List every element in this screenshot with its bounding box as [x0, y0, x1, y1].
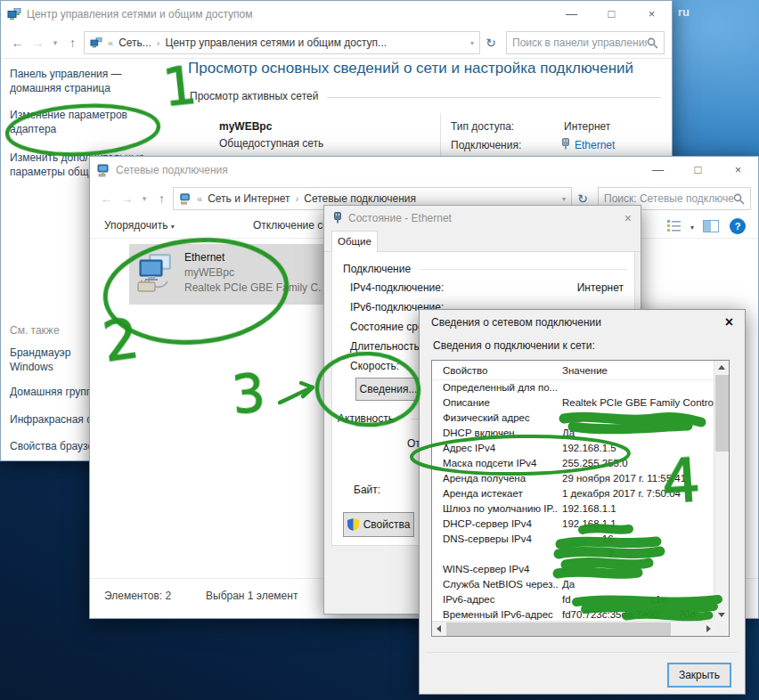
win2-maximize-button[interactable]: □ — [678, 157, 718, 183]
detail-row: 7 — [432, 547, 729, 562]
activity-group-label: Активность — [338, 412, 399, 425]
scroll-down-icon[interactable] — [718, 613, 725, 617]
section-rule — [327, 97, 661, 98]
win1-nav-dropdown[interactable]: ▾ — [49, 38, 61, 47]
details-listview[interactable]: Свойство Значение Определенный для по...… — [431, 360, 730, 637]
detail-row: Маска подсети IPv4255.255.255.0 — [432, 456, 729, 471]
status-row-ipv4-value: Интернет — [577, 281, 624, 294]
detail-row: Физический адрес — [432, 411, 729, 426]
details-separator — [427, 652, 738, 653]
sidebar-item-control-panel-home[interactable]: Панель управления — домашняя страница — [10, 67, 163, 95]
breadcrumb-root[interactable]: Сеть и Интернет — [208, 192, 290, 205]
win2-back-button[interactable]: ← — [97, 191, 116, 206]
win1-caption-buttons: — □ × — [551, 1, 672, 28]
win1-minimize-button[interactable]: — — [551, 1, 592, 28]
win1-divider — [1, 58, 672, 59]
view-list-icon[interactable] — [667, 219, 681, 234]
column-divider — [440, 113, 441, 158]
status-row-ipv4: IPv4-подключение:Интернет — [350, 281, 627, 294]
win1-search-box — [506, 31, 665, 54]
ethernet-adapter-icon — [135, 252, 177, 295]
detail-row: Определенный для по... — [432, 380, 729, 395]
horizontal-scroll-thumb[interactable] — [446, 623, 671, 636]
search-icon — [647, 37, 658, 49]
win2-caption-buttons: — □ × — [638, 157, 758, 183]
column-value[interactable]: Значение — [562, 361, 714, 380]
address-dropdown-icon[interactable]: ▾ — [562, 195, 566, 203]
group-rule — [420, 269, 627, 270]
detail-row: IPv6-адресfd c1e — [432, 592, 729, 607]
status-titlebar: Состояние - Ethernet × — [324, 206, 641, 231]
refresh-icon[interactable]: ↻ — [574, 191, 592, 206]
win1-forward-button[interactable]: → — [29, 36, 47, 50]
vertical-scroll-thumb[interactable] — [715, 375, 729, 452]
ethernet-plug-icon — [561, 138, 570, 151]
see-also-header: См. также — [10, 323, 60, 338]
network-kind: Общедоступная сеть — [219, 137, 323, 150]
connection-group-label: Подключение — [343, 263, 416, 275]
scroll-up-icon[interactable] — [718, 365, 725, 370]
help-icon[interactable]: ? — [730, 218, 746, 234]
breadcrumb-page[interactable]: Центр управления сетями и общим доступ..… — [166, 37, 388, 49]
organize-menu[interactable]: Упорядочить ▾ — [104, 219, 175, 232]
connection-device: Realtek PCIe GBE Family C... — [184, 281, 322, 294]
breadcrumb-chevrons[interactable]: « — [108, 37, 113, 48]
ethernet-connection-item[interactable]: Ethernet myWEBpc Realtek PCIe GBE Family… — [129, 244, 327, 305]
win2-forward-button[interactable]: → — [118, 191, 136, 206]
status-close-icon[interactable]: × — [624, 211, 632, 225]
address-dropdown-icon[interactable]: ▾ — [470, 39, 474, 47]
network-name: myWEBpc — [219, 120, 272, 133]
breadcrumb-root[interactable]: Сеть... — [118, 37, 151, 49]
win2-minimize-button[interactable]: — — [638, 157, 678, 183]
details-close-icon[interactable]: × — [725, 314, 733, 330]
win1-back-button[interactable]: ← — [8, 36, 27, 50]
win1-title: Центр управления сетями и общим доступом — [27, 8, 253, 20]
win2-nav-dropdown[interactable]: ▾ — [138, 194, 151, 203]
breadcrumb-chevrons[interactable]: « — [197, 193, 202, 204]
win2-up-button[interactable]: ↑ — [152, 191, 171, 206]
detail-row: Аренда получена29 ноября 2017 г. 11:55:4… — [432, 471, 729, 486]
close-dialog-button[interactable]: Закрыть — [667, 663, 731, 688]
win1-up-button[interactable]: ↑ — [63, 36, 82, 50]
win2-search-input[interactable] — [604, 192, 733, 205]
access-type-label: Тип доступа: — [451, 120, 514, 133]
breadcrumb-page[interactable]: Сетевые подключения — [304, 192, 416, 205]
win1-breadcrumb[interactable]: « Сеть... › Центр управления сетями и об… — [84, 31, 480, 54]
column-property[interactable]: Свойство — [443, 361, 559, 380]
sidebar-item-windows-firewall[interactable]: Брандмауэр Windows — [10, 346, 99, 374]
sidebar-item-change-adapter-settings[interactable]: Изменение параметров адаптера — [10, 108, 163, 136]
network-connections-icon — [96, 164, 110, 177]
detail-row: DHCP включенДа — [432, 426, 729, 441]
active-networks-label: Просмотр активных сетей — [190, 90, 318, 102]
properties-button[interactable]: Свойства — [343, 512, 414, 537]
scroll-left-icon[interactable] — [437, 625, 441, 632]
win2-title: Сетевые подключения — [116, 164, 228, 176]
active-networks-section: Просмотр активных сетей — [190, 90, 661, 102]
detail-row: DHCP-сервер IPv4192.168.1.1 — [432, 517, 729, 532]
breadcrumb-icon — [179, 193, 192, 205]
refresh-icon[interactable]: ↻ — [482, 36, 500, 50]
scrollbar-corner — [714, 621, 729, 636]
win1-maximize-button[interactable]: □ — [592, 1, 632, 28]
horizontal-scrollbar[interactable] — [432, 621, 715, 636]
detail-row: WINS-сервер IPv4 — [432, 562, 729, 577]
win2-close-button[interactable]: × — [718, 157, 758, 183]
detail-row: Служба NetBIOS через...Да — [432, 577, 729, 592]
preview-pane-icon[interactable] — [703, 220, 719, 235]
ethernet-link[interactable]: Ethernet — [575, 139, 615, 151]
tab-general[interactable]: Общие — [331, 231, 378, 252]
view-dropdown-icon[interactable]: ▾ — [690, 224, 694, 232]
search-icon — [733, 193, 745, 205]
scroll-right-icon[interactable] — [706, 625, 711, 632]
win1-close-button[interactable]: × — [632, 1, 672, 28]
details-button[interactable]: Сведения... — [355, 378, 421, 401]
page-title: Просмотр основных сведений о сети и наст… — [188, 60, 658, 77]
win1-address-bar: ← → ▾ ↑ « Сеть... › Центр управления сет… — [1, 28, 672, 58]
win1-search-input[interactable] — [512, 37, 647, 49]
access-type-value: Интернет — [564, 120, 610, 133]
breadcrumb-icon — [90, 37, 102, 49]
detail-row: Шлюз по умолчанию IP...192.168.1.1 — [432, 501, 729, 517]
vertical-scrollbar[interactable] — [714, 361, 729, 623]
status-row-duration: Длительность: — [350, 340, 422, 353]
detail-row: Аренда истекает1 декабря 2017 г. 7:50:04 — [432, 486, 729, 501]
